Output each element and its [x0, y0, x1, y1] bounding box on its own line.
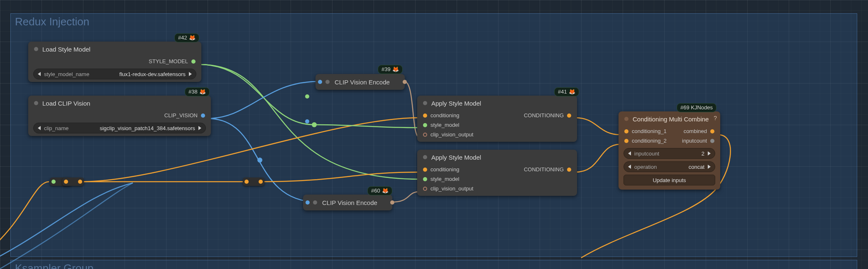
node-title: Apply Style Model — [431, 100, 481, 107]
widget-label: operation — [634, 164, 657, 170]
input-port-conditioning[interactable] — [423, 114, 427, 118]
output-port-conditioning[interactable] — [567, 168, 571, 172]
node-header[interactable]: Load Style Model — [28, 42, 201, 57]
output-row: STYLE_MODEL — [28, 57, 201, 66]
collapse-dot-icon[interactable] — [325, 80, 330, 84]
collapse-dot-icon[interactable] — [34, 47, 38, 51]
node-apply-style-model-1[interactable]: Apply Style Model conditioning CONDITION… — [417, 96, 577, 142]
reroute-in-port[interactable] — [51, 180, 56, 184]
output-row: CLIP_VISION — [28, 111, 211, 120]
node-load-clip-vision[interactable]: Load CLIP Vision CLIP_VISION clip_name s… — [28, 96, 211, 136]
widget-operation[interactable]: operation concat — [623, 161, 715, 172]
output-port-style-model[interactable] — [191, 59, 196, 64]
badge-text: #42 — [178, 35, 187, 41]
output-label: CLIP_VISION — [164, 112, 198, 118]
widget-value: sigclip_vision_patch14_384.safetensors — [100, 125, 195, 131]
chevron-left-icon[interactable] — [628, 151, 631, 155]
fox-icon: 🦊 — [392, 66, 399, 72]
group-ksampler: Ksampler Group — [10, 260, 857, 269]
input-label: style_model — [430, 122, 459, 128]
collapse-dot-icon[interactable] — [313, 200, 317, 205]
node-title: CLIP Vision Encode — [335, 79, 390, 86]
node-title: Apply Style Model — [431, 154, 481, 161]
widget-value: 2 — [702, 151, 704, 157]
node-badge-41: #41🦊 — [554, 87, 579, 96]
io-row: style_model — [417, 120, 577, 130]
input-label: conditioning — [430, 166, 459, 173]
input-label: clip_vision_output — [430, 185, 473, 192]
io-row: conditioning CONDITIONING — [417, 111, 577, 120]
widget-inputcount[interactable]: inputcount 2 — [623, 148, 715, 159]
collapse-dot-icon[interactable] — [423, 101, 427, 105]
output-port-clip-vision[interactable] — [201, 114, 205, 118]
group-title: Ksampler Group — [15, 262, 93, 269]
collapse-dot-icon[interactable] — [423, 155, 427, 159]
node-clip-vision-encode-1[interactable]: CLIP Vision Encode — [315, 74, 405, 90]
node-apply-style-model-2[interactable]: Apply Style Model conditioning CONDITION… — [417, 150, 577, 196]
input-port-clip-vision[interactable] — [306, 200, 310, 205]
widget-label: inputcount — [634, 151, 659, 157]
node-title: Conditioning Multi Combine — [633, 116, 709, 123]
widget-clip-name[interactable]: clip_name sigclip_vision_patch14_384.saf… — [33, 123, 206, 133]
io-row: clip_vision_output — [417, 130, 577, 142]
output-port-combined[interactable] — [710, 129, 714, 133]
reroute-in-port[interactable] — [64, 180, 68, 184]
output-port-clip-vision-output[interactable] — [390, 200, 394, 205]
badge-text: #38 — [188, 89, 198, 95]
input-label: conditioning_2 — [632, 138, 667, 144]
chevron-right-icon[interactable] — [708, 165, 711, 169]
widget-value: flux1-redux-dev.safetensors — [120, 71, 186, 77]
output-port-clip-vision-output[interactable] — [403, 80, 407, 84]
node-header[interactable]: Conditioning Multi Combine — [619, 111, 720, 126]
group-title: Redux Injection — [15, 15, 89, 28]
output-label: CONDITIONING — [524, 112, 564, 118]
node-clip-vision-encode-2[interactable]: CLIP Vision Encode — [303, 195, 392, 210]
reroute-node[interactable] — [243, 178, 264, 186]
chevron-right-icon[interactable] — [189, 72, 192, 76]
reroute-out-port[interactable] — [78, 180, 82, 184]
collapse-dot-icon[interactable] — [624, 117, 628, 121]
chevron-right-icon[interactable] — [198, 126, 201, 130]
input-port-clip-vision-output[interactable] — [423, 133, 427, 137]
input-port-conditioning[interactable] — [423, 168, 427, 172]
input-port-clip-vision-output[interactable] — [423, 187, 427, 191]
input-label: conditioning — [430, 112, 459, 118]
reroute-node[interactable] — [62, 178, 84, 186]
node-header[interactable]: Load CLIP Vision — [28, 96, 211, 111]
input-port-conditioning-1[interactable] — [624, 129, 628, 133]
collapse-dot-icon[interactable] — [34, 101, 38, 105]
node-badge-42: #42🦊 — [174, 33, 199, 42]
chevron-left-icon[interactable] — [38, 126, 41, 130]
reroute-out-port[interactable] — [259, 180, 263, 184]
button-label: Update inputs — [653, 177, 686, 183]
node-conditioning-multi-combine[interactable]: ? Conditioning Multi Combine conditionin… — [619, 111, 720, 190]
io-row: clip_vision_output — [417, 184, 577, 196]
node-load-style-model[interactable]: Load Style Model STYLE_MODEL style_model… — [28, 42, 201, 82]
node-header[interactable]: Apply Style Model — [417, 96, 577, 111]
widget-style-model-name[interactable]: style_model_name flux1-redux-dev.safeten… — [33, 69, 196, 79]
widget-value: concat — [689, 164, 704, 170]
node-badge-38: #38🦊 — [185, 87, 210, 96]
node-badge-69: #69 KJNodes — [677, 103, 716, 112]
output-label: STYLE_MODEL — [149, 58, 188, 64]
output-port-conditioning[interactable] — [567, 114, 571, 118]
output-port-inputcount[interactable] — [710, 139, 714, 143]
input-port-clip-vision[interactable] — [318, 80, 322, 84]
node-title: Load CLIP Vision — [42, 100, 90, 107]
chevron-left-icon[interactable] — [38, 72, 41, 76]
output-label: CONDITIONING — [524, 166, 564, 173]
badge-text: #41 — [558, 89, 567, 95]
widget-label: clip_name — [44, 125, 68, 131]
fox-icon: 🦊 — [199, 89, 206, 95]
badge-text: #39 — [381, 66, 391, 72]
input-port-style-model[interactable] — [423, 123, 427, 127]
update-inputs-button[interactable]: Update inputs — [623, 175, 715, 185]
chevron-left-icon[interactable] — [628, 165, 631, 169]
reroute-in-port[interactable] — [245, 180, 249, 184]
input-port-style-model[interactable] — [423, 177, 427, 181]
input-port-conditioning-2[interactable] — [624, 139, 628, 143]
chevron-right-icon[interactable] — [708, 151, 711, 155]
node-header[interactable]: Apply Style Model — [417, 150, 577, 165]
fox-icon: 🦊 — [569, 89, 575, 95]
help-icon[interactable]: ? — [714, 115, 717, 121]
